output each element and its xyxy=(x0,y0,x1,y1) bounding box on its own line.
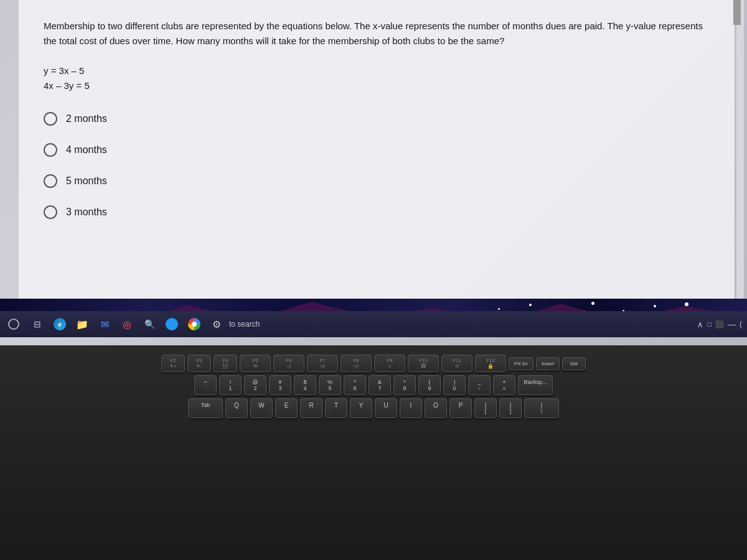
key-bracket-close[interactable]: }] xyxy=(499,398,522,418)
label-2months: 2 months xyxy=(66,113,107,124)
taskview-icon: ⊟ xyxy=(34,319,41,329)
key-f12[interactable]: F12🔒 xyxy=(475,355,506,372)
files-button[interactable]: 📁 xyxy=(72,314,92,334)
key-0[interactable]: )0 xyxy=(443,375,466,395)
key-3[interactable]: #3 xyxy=(269,375,291,395)
key-y[interactable]: Y xyxy=(350,398,372,418)
key-p[interactable]: P xyxy=(449,398,472,418)
key-2[interactable]: @2 xyxy=(244,375,266,395)
key-t[interactable]: T xyxy=(325,398,347,418)
question-text: Membership to two different clubs are re… xyxy=(44,19,710,93)
key-prtsc[interactable]: Prt Sc xyxy=(509,357,533,370)
key-f5[interactable]: F5✉ xyxy=(240,355,271,372)
key-o[interactable]: O xyxy=(425,398,447,418)
display-icon[interactable]: □ xyxy=(707,320,712,328)
wifi-icon[interactable]: ( xyxy=(740,320,742,329)
blue-app-button[interactable] xyxy=(162,314,182,334)
key-backspace[interactable]: Backsp... xyxy=(518,375,553,395)
key-i[interactable]: I xyxy=(400,398,422,418)
scrollbar-track[interactable] xyxy=(736,0,744,299)
radio-5months[interactable] xyxy=(44,174,57,188)
taskview-button[interactable]: ⊟ xyxy=(27,314,47,334)
key-f6[interactable]: F6◁ xyxy=(273,355,304,372)
windows-circle-icon xyxy=(8,319,19,330)
key-f10[interactable]: F10🖼 xyxy=(408,355,439,372)
key-tilde[interactable]: ~` xyxy=(194,375,217,395)
label-4months: 4 months xyxy=(66,144,107,156)
option-2months[interactable]: 2 months xyxy=(44,112,710,126)
key-e[interactable]: E xyxy=(275,398,298,418)
gear-icon: ⚙ xyxy=(212,319,221,330)
label-3months: 3 months xyxy=(66,207,107,218)
label-5months: 5 months xyxy=(66,175,107,187)
chevron-up-icon[interactable]: ∧ xyxy=(697,320,703,329)
key-f2[interactable]: F2☀+ xyxy=(161,355,185,372)
mail-button[interactable]: ✉ xyxy=(95,314,115,334)
key-4[interactable]: $4 xyxy=(294,375,316,395)
key-equals[interactable]: += xyxy=(493,375,515,395)
key-7[interactable]: &7 xyxy=(369,375,391,395)
key-tab[interactable]: Tab xyxy=(188,398,223,418)
key-minus[interactable]: _- xyxy=(468,375,491,395)
equation1: y = 3x – 5 xyxy=(44,65,84,76)
radio-4months[interactable] xyxy=(44,143,57,157)
key-del[interactable]: Del xyxy=(562,357,586,370)
key-f8[interactable]: F8◁+ xyxy=(341,355,372,372)
target-icon: ◎ xyxy=(123,319,131,330)
windows-button[interactable] xyxy=(5,314,25,334)
screen-area: Membership to two different clubs are re… xyxy=(0,0,747,348)
key-f4[interactable]: F4⬛ xyxy=(214,355,237,372)
key-f9[interactable]: F9≈ xyxy=(374,355,405,372)
search-bar[interactable]: to search xyxy=(229,320,260,329)
key-u[interactable]: U xyxy=(375,398,397,418)
minimize-icon[interactable]: — xyxy=(728,320,736,329)
fn-key-row: F2☀+ F3☀- F4⬛ F5✉ F6◁ F7◁+ F8◁+ F9≈ F10🖼… xyxy=(161,355,586,372)
option-3months[interactable]: 3 months xyxy=(44,205,710,219)
qwerty-row: Tab Q W E R T Y U I O P {[ }] |\ xyxy=(188,398,559,418)
answer-options: 2 months 4 months 5 months 3 months xyxy=(44,112,710,219)
key-5[interactable]: %5 xyxy=(319,375,341,395)
key-q[interactable]: Q xyxy=(225,398,248,418)
key-bracket-open[interactable]: {[ xyxy=(474,398,497,418)
edge-icon: e xyxy=(54,318,66,330)
edge-button[interactable]: e xyxy=(50,314,70,334)
search-icon: 🔍 xyxy=(144,319,155,329)
search-label: to search xyxy=(229,320,260,329)
chrome-button[interactable] xyxy=(184,314,204,334)
key-1[interactable]: !1 xyxy=(219,375,242,395)
content-area: Membership to two different clubs are re… xyxy=(19,0,735,299)
key-f3[interactable]: F3☀- xyxy=(187,355,211,372)
blue-app-icon xyxy=(166,318,178,330)
option-4months[interactable]: 4 months xyxy=(44,143,710,157)
key-backslash[interactable]: |\ xyxy=(524,398,559,418)
key-6[interactable]: ^6 xyxy=(344,375,366,395)
key-f11[interactable]: F11↺ xyxy=(441,355,472,372)
number-key-row: ~` !1 @2 #3 $4 %5 ^6 &7 *8 (9 )0 _- += B… xyxy=(194,375,553,395)
option-5months[interactable]: 5 months xyxy=(44,174,710,188)
key-w[interactable]: W xyxy=(250,398,273,418)
equation2: 4x – 3y = 5 xyxy=(44,80,90,91)
keyboard-area: F2☀+ F3☀- F4⬛ F5✉ F6◁ F7◁+ F8◁+ F9≈ F10🖼… xyxy=(0,345,747,560)
screenshot-icon[interactable]: ⬛ xyxy=(715,320,724,329)
chrome-icon xyxy=(188,318,200,330)
system-tray: ∧ □ ⬛ — ( xyxy=(697,320,742,329)
settings-button[interactable]: ⚙ xyxy=(207,314,227,334)
key-r[interactable]: R xyxy=(300,398,322,418)
scrollbar-thumb[interactable] xyxy=(733,0,741,25)
key-9[interactable]: (9 xyxy=(418,375,441,395)
key-insert[interactable]: Insert xyxy=(536,357,560,370)
taskbar: ⊟ e 📁 ✉ ◎ 🔍 ⚙ to search ∧ □ ⬛ — ( xyxy=(0,311,747,337)
radio-3months[interactable] xyxy=(44,205,57,219)
mail-icon: ✉ xyxy=(101,319,109,330)
folder-icon: 📁 xyxy=(76,319,88,330)
key-8[interactable]: *8 xyxy=(393,375,416,395)
key-f7[interactable]: F7◁+ xyxy=(307,355,338,372)
target-button[interactable]: ◎ xyxy=(117,314,137,334)
radio-2months[interactable] xyxy=(44,112,57,126)
search-app-button[interactable]: 🔍 xyxy=(139,314,159,334)
